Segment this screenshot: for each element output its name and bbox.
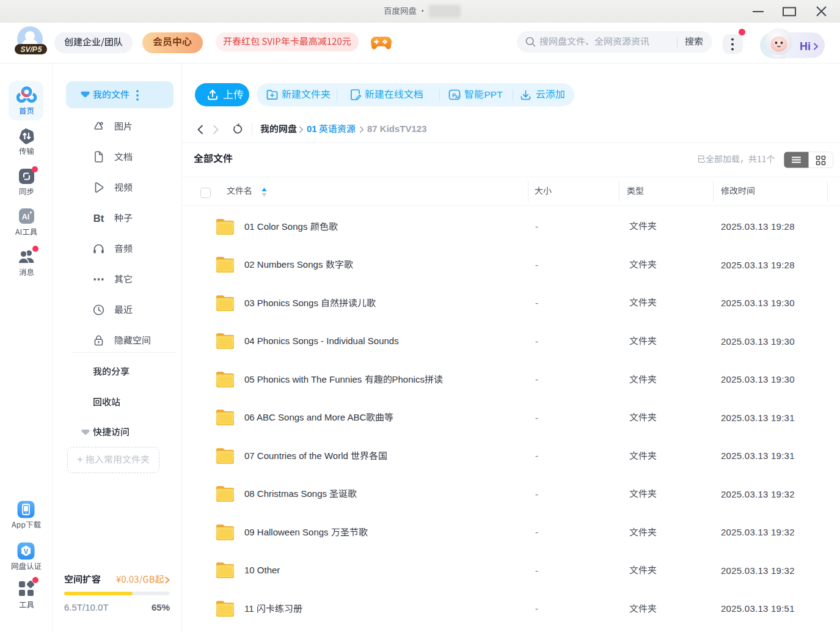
svg-text:AI: AI [455, 95, 459, 99]
svg-text:AI: AI [22, 213, 30, 221]
svg-text:V: V [24, 548, 29, 555]
svg-text:Bt: Bt [93, 213, 104, 224]
